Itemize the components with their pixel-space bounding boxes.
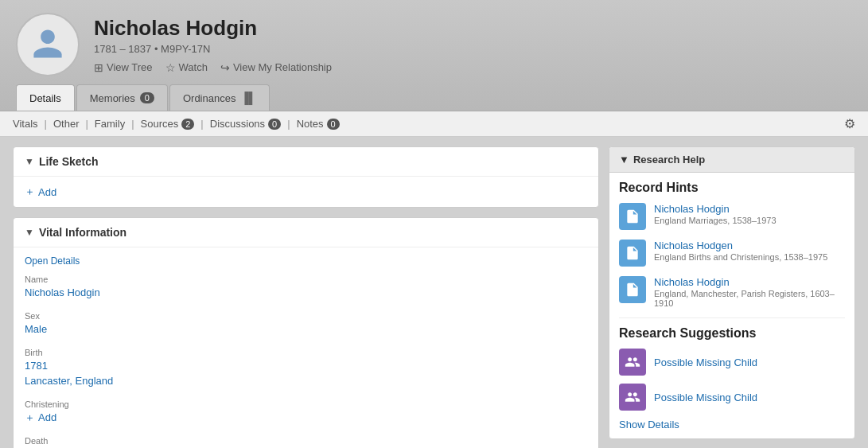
memories-badge: 0 — [140, 92, 154, 103]
suggestion-1-label[interactable]: Possible Missing Child — [654, 356, 757, 368]
sep4: | — [200, 118, 203, 130]
open-details-link[interactable]: Open Details — [25, 255, 587, 267]
subnav-sources[interactable]: Sources 2 — [141, 118, 195, 130]
view-tree-link[interactable]: ⊞ View Tree — [94, 61, 153, 74]
sources-badge: 2 — [181, 119, 194, 130]
view-relationship-link[interactable]: ↪ View My Relationship — [220, 61, 332, 74]
hint-1-text: Nicholas Hodgin England Marriages, 1538–… — [654, 203, 845, 225]
sex-value[interactable]: Male — [25, 322, 587, 337]
sep2: | — [85, 118, 88, 130]
name-value[interactable]: Nicholas Hodgin — [25, 286, 587, 300]
add-christening-button[interactable]: ＋ Add — [25, 411, 587, 425]
sep5: | — [287, 118, 290, 130]
add-life-sketch-button[interactable]: ＋ Add — [25, 185, 587, 199]
star-icon: ☆ — [165, 61, 176, 74]
life-sketch-body: ＋ Add — [14, 177, 598, 207]
research-help-header: ▼ Research Help — [609, 147, 854, 173]
main-content: ▼ Life Sketch ＋ Add ▼ Vital Information … — [0, 137, 868, 448]
main-panel: ▼ Life Sketch ＋ Add ▼ Vital Information … — [13, 146, 599, 448]
field-name: Name Nicholas Hodgin — [25, 275, 587, 300]
sep3: | — [131, 118, 134, 130]
hint-3[interactable]: Nicholas Hodgin England, Manchester, Par… — [619, 276, 845, 308]
settings-gear-icon[interactable]: ⚙ — [844, 116, 855, 131]
person-header: Nicholas Hodgin 1781 – 1837 • M9PY-17N ⊞… — [16, 13, 852, 76]
caret-icon: ▼ — [25, 156, 34, 167]
chart-icon: ▐▌ — [240, 92, 256, 104]
field-sex: Sex Male — [25, 311, 587, 337]
header: Nicholas Hodgin 1781 – 1837 • M9PY-17N ⊞… — [0, 0, 868, 111]
show-details-link[interactable]: Show Details — [619, 419, 845, 430]
watch-link[interactable]: ☆ Watch — [165, 61, 208, 74]
subnav-family[interactable]: Family — [95, 118, 125, 130]
vital-information-card: ▼ Vital Information Open Details Name Ni… — [13, 217, 599, 448]
vital-info-header: ▼ Vital Information — [14, 218, 598, 247]
hint-icon-2 — [619, 240, 646, 267]
suggestion-2[interactable]: Possible Missing Child — [619, 384, 845, 411]
side-panel: ▼ Research Help Record Hints Nicholas Ho… — [609, 146, 855, 448]
notes-badge: 0 — [327, 119, 340, 130]
person-dates: 1781 – 1837 • M9PY-17N — [94, 43, 852, 55]
field-birth: Birth 1781Lancaster, England — [25, 348, 587, 388]
avatar — [16, 13, 80, 76]
subnav-other[interactable]: Other — [53, 118, 80, 130]
hint-2-text: Nicholas Hodgen England Births and Chris… — [654, 240, 845, 262]
relationship-icon: ↪ — [220, 61, 230, 74]
hint-3-text: Nicholas Hodgin England, Manchester, Par… — [654, 276, 845, 308]
hint-1[interactable]: Nicholas Hodgin England Marriages, 1538–… — [619, 203, 845, 230]
person-info: Nicholas Hodgin 1781 – 1837 • M9PY-17N ⊞… — [94, 16, 852, 74]
field-christening: Christening ＋ Add — [25, 399, 587, 425]
tab-details[interactable]: Details — [16, 84, 75, 111]
life-sketch-header: ▼ Life Sketch — [14, 147, 598, 177]
research-help-card: ▼ Research Help Record Hints Nicholas Ho… — [609, 146, 855, 439]
record-hints-title: Record Hints — [619, 181, 845, 195]
person-actions: ⊞ View Tree ☆ Watch ↪ View My Relationsh… — [94, 61, 852, 74]
research-help-body: Record Hints Nicholas Hodgin England Mar… — [609, 173, 854, 438]
birth-year[interactable]: 1781Lancaster, England — [25, 359, 587, 388]
caret-icon-research: ▼ — [619, 154, 629, 166]
hint-icon-1 — [619, 203, 646, 230]
suggestions-title: Research Suggestions — [619, 326, 845, 341]
suggestion-2-label[interactable]: Possible Missing Child — [654, 392, 757, 403]
sub-nav: Vitals | Other | Family | Sources 2 | Di… — [0, 111, 868, 137]
subnav-vitals[interactable]: Vitals — [13, 118, 38, 130]
discussions-badge: 0 — [268, 119, 281, 130]
tab-ordinances[interactable]: Ordinances ▐▌ — [169, 84, 270, 111]
life-sketch-card: ▼ Life Sketch ＋ Add — [13, 146, 599, 208]
person-icon — [30, 26, 65, 64]
field-death: Death 1837 — [25, 436, 587, 448]
sep1: | — [45, 118, 47, 130]
suggestion-1[interactable]: Possible Missing Child — [619, 349, 845, 376]
suggestion-icon-2 — [619, 384, 646, 411]
tab-memories[interactable]: Memories 0 — [76, 84, 168, 111]
divider-1 — [619, 317, 845, 318]
suggestion-icon-1 — [619, 349, 646, 376]
main-tabs: Details Memories 0 Ordinances ▐▌ — [16, 84, 852, 111]
plus-icon-christening: ＋ — [25, 411, 35, 425]
person-name: Nicholas Hodgin — [94, 16, 852, 41]
hint-2[interactable]: Nicholas Hodgen England Births and Chris… — [619, 240, 845, 267]
subnav-notes[interactable]: Notes 0 — [297, 118, 340, 130]
subnav-discussions[interactable]: Discussions 0 — [210, 118, 281, 130]
vital-info-body: Open Details Name Nicholas Hodgin Sex Ma… — [14, 247, 598, 448]
plus-icon: ＋ — [25, 185, 35, 199]
caret-icon-2: ▼ — [25, 227, 34, 238]
hint-icon-3 — [619, 276, 646, 303]
tree-icon: ⊞ — [94, 61, 103, 74]
